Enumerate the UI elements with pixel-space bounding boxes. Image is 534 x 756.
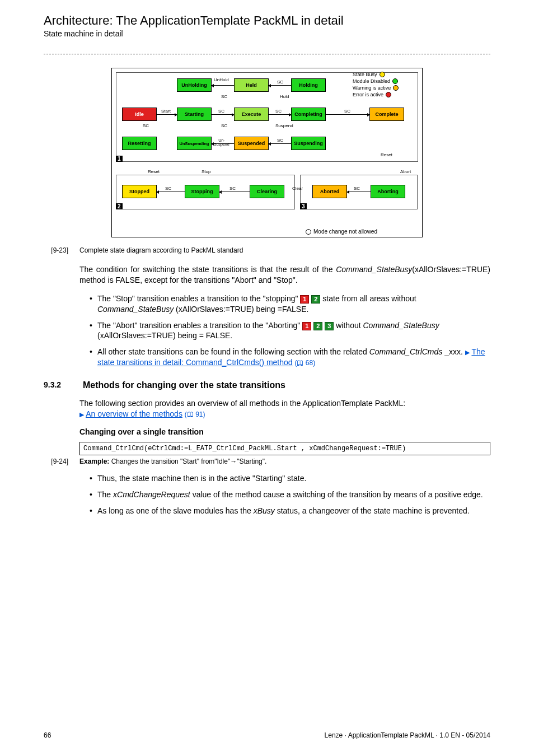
state-clearing: Clearing bbox=[250, 185, 284, 198]
caption-text: Example: Changes the transition "Start" … bbox=[79, 458, 490, 465]
caption-text: Complete state diagram according to Pack… bbox=[79, 246, 490, 254]
badge-1: 1 bbox=[300, 295, 309, 304]
badge-2: 2 bbox=[311, 295, 320, 304]
text: The "Stop" transition enables a transiti… bbox=[97, 294, 300, 303]
footer: 66 Lenze · ApplicationTemplate PackML · … bbox=[44, 731, 490, 739]
badge-2: 2 bbox=[313, 322, 322, 330]
code-block: Command_CtrlCmd(eCtrlCmd:=L_EATP_CtrlCmd… bbox=[79, 442, 490, 455]
zone-2-num: 2 bbox=[116, 203, 123, 209]
label-suspend: Suspend bbox=[275, 123, 293, 128]
text: status, a changeover of the state machin… bbox=[275, 506, 470, 515]
text: All other state transitions can be found… bbox=[97, 347, 369, 356]
state-aborting: Aborting bbox=[371, 185, 405, 198]
text-italic: Command_StateBusy bbox=[336, 265, 412, 274]
mode-change-note: Mode change not allowed bbox=[306, 228, 377, 235]
subheading: Changing over a single transition bbox=[79, 427, 490, 436]
zone-1-num: 1 bbox=[116, 156, 123, 162]
arrow bbox=[269, 143, 291, 144]
caption-key: [9-24] bbox=[44, 458, 68, 465]
state-starting: Starting bbox=[177, 108, 212, 121]
page-subtitle: State machine in detail bbox=[44, 29, 490, 38]
label-sc: SC bbox=[165, 186, 171, 191]
text-bold: Example: bbox=[79, 458, 109, 465]
label-sc: SC bbox=[344, 109, 350, 114]
text: The "Abort" transition enables a transit… bbox=[97, 321, 302, 330]
bullet-xcmd: The xCmdChangeRequest value of the metho… bbox=[90, 489, 490, 500]
text-italic: Command_CtrlCmds bbox=[369, 347, 443, 356]
bullet-xbusy: As long as one of the slave modules has … bbox=[90, 506, 490, 516]
text: 91 bbox=[195, 410, 203, 418]
label-sc: SC bbox=[277, 138, 283, 143]
state-unholding: UnHolding bbox=[177, 78, 212, 92]
text-italic: xCmdChangeRequest bbox=[113, 490, 190, 499]
label-reset: Reset bbox=[148, 169, 160, 174]
arrow bbox=[157, 114, 177, 115]
text: The bbox=[97, 490, 113, 499]
state-aborted: Aborted bbox=[312, 185, 347, 198]
link-methods-overview[interactable]: An overview of the methods bbox=[86, 409, 182, 418]
arrow bbox=[269, 114, 291, 115]
badge-3: 3 bbox=[325, 322, 334, 330]
text: state from all areas without bbox=[322, 294, 416, 303]
state-completing: Completing bbox=[291, 108, 326, 121]
text: Changes the transition "Start" from"Idle… bbox=[109, 458, 266, 465]
state-stopped: Stopped bbox=[122, 185, 157, 198]
triangle-icon: ▶ bbox=[465, 349, 470, 356]
caption-9-23: [9-23] Complete state diagram according … bbox=[44, 246, 490, 254]
text: (xAllOrSlaves:=TRUE) being =FALSE. bbox=[174, 305, 308, 314]
label-sc: SC bbox=[354, 186, 360, 191]
caption-key: [9-23] bbox=[44, 246, 68, 254]
section-heading: Methods for changing over the state tran… bbox=[83, 380, 285, 390]
label-reset: Reset bbox=[381, 152, 392, 157]
text: The condition for switching the state tr… bbox=[79, 265, 336, 274]
label-hold: Hold bbox=[280, 94, 289, 99]
label-unhold: UnHold bbox=[214, 77, 229, 82]
state-idle: Idle bbox=[122, 108, 157, 121]
page-ref: (🕮 68) bbox=[294, 359, 315, 367]
text: value of the method cause a switching of… bbox=[190, 490, 483, 499]
arrow bbox=[212, 114, 234, 115]
caption-9-24: [9-24] Example: Changes the transition "… bbox=[44, 458, 490, 465]
section-number: 9.3.2 bbox=[44, 380, 68, 390]
arrow bbox=[157, 192, 185, 192]
label-sc: SC bbox=[275, 109, 282, 114]
state-diagram: 1 2 3 State Busy Module Disabled Warning… bbox=[111, 68, 423, 237]
state-suspended: Suspended bbox=[234, 137, 269, 150]
page-number: 66 bbox=[44, 731, 51, 739]
label-sc: SC bbox=[143, 123, 149, 128]
page-ref: (🕮 91) bbox=[185, 410, 205, 418]
para-2: The following section provides an overvi… bbox=[79, 398, 490, 419]
state-unsuspending: UnSuspending bbox=[177, 137, 212, 150]
state-stopping: Stopping bbox=[185, 185, 219, 198]
label-abort: Abort bbox=[400, 169, 411, 174]
bullet-stop: The "Stop" transition enables a transiti… bbox=[90, 293, 490, 315]
arrow bbox=[347, 192, 371, 192]
badge-1: 1 bbox=[302, 322, 311, 330]
para-1: The condition for switching the state tr… bbox=[79, 264, 490, 286]
label-unsuspend: Un- Suspend bbox=[214, 138, 229, 146]
triangle-icon: ▶ bbox=[79, 411, 84, 418]
legend-error: Error is active bbox=[353, 92, 383, 97]
text: 68 bbox=[306, 359, 313, 367]
state-held: Held bbox=[234, 78, 269, 92]
label-sc: SC bbox=[218, 109, 224, 114]
text: without bbox=[336, 321, 363, 330]
arrow bbox=[219, 192, 250, 192]
text: _xxx. bbox=[442, 347, 465, 356]
mode-change-text: Mode change not allowed bbox=[313, 228, 377, 235]
page-title: Architecture: The ApplicationTemplate Pa… bbox=[44, 13, 490, 28]
state-resetting: Resetting bbox=[122, 137, 157, 150]
text: The following section provides an overvi… bbox=[79, 399, 405, 408]
state-complete: Complete bbox=[369, 108, 404, 121]
legend-busy: State Busy bbox=[353, 72, 377, 77]
arrow bbox=[212, 85, 234, 86]
state-execute: Execute bbox=[234, 108, 269, 121]
footer-ref: Lenze · ApplicationTemplate PackML · 1.0… bbox=[325, 731, 490, 739]
bullet-abort: The "Abort" transition enables a transit… bbox=[90, 320, 490, 342]
arrow bbox=[269, 85, 291, 86]
label-sc: SC bbox=[221, 123, 227, 128]
label-stop: Stop bbox=[202, 169, 210, 174]
label-sc: SC bbox=[277, 80, 283, 85]
label-clear: Clear bbox=[292, 186, 303, 191]
bullet-other: All other state transitions can be found… bbox=[90, 347, 490, 368]
